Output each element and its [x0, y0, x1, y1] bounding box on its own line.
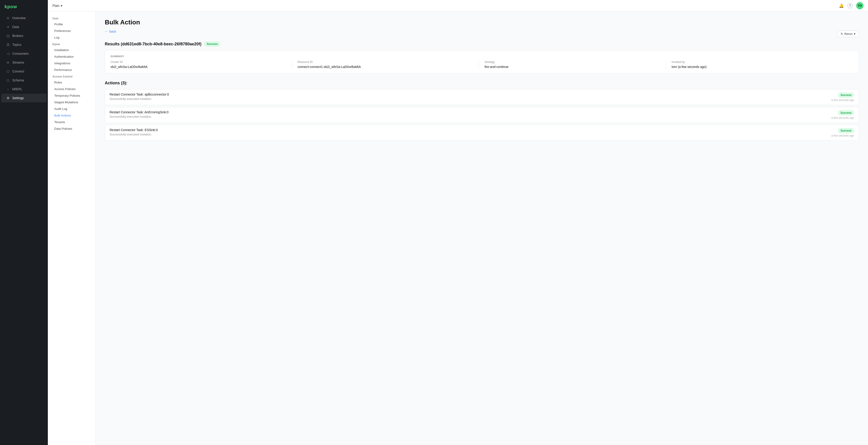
page-title: Bulk Action: [105, 19, 859, 26]
summary-grid: Cluster ID sb2i_wfxSa-LaD0srBaMiA Resour…: [111, 60, 853, 69]
action-name-2: Restart Connector Task: ESSink:0: [110, 128, 158, 132]
action-desc-0: Successfully executed mutation.: [110, 97, 169, 100]
schema-icon: ◻: [6, 78, 10, 82]
action-desc-2: Successfully executed mutation.: [110, 133, 158, 136]
back-label: back: [110, 30, 116, 33]
sec-item-preferences[interactable]: Preferences: [48, 28, 95, 34]
sec-item-staged-mutations[interactable]: Staged Mutations: [48, 99, 95, 106]
invoked-by-value: tom (a few seconds ago): [672, 65, 853, 69]
topbar: Plain ▾ 🔔 ? TO: [48, 0, 868, 11]
overview-icon: ⊙: [6, 16, 10, 20]
user-section-title: User: [48, 15, 95, 21]
topbar-left: Plain ▾: [53, 4, 62, 7]
sidebar-label-consumers: Consumers: [12, 52, 29, 55]
sidebar-label-topics: Topics: [12, 43, 22, 47]
sidebar-label-schema: Schema: [12, 79, 24, 82]
sidebar: kpow ⊙ Overview ≡ Data ◫ Brokers ☰ Topic…: [0, 0, 48, 445]
sidebar-item-settings[interactable]: ⚙ Settings: [1, 94, 46, 102]
actions-title: Actions (3):: [105, 81, 859, 86]
sidebar-label-brokers: Brokers: [12, 34, 23, 38]
actions-row-top: ← back ↻ Rerun ▾: [105, 30, 859, 38]
invoked-by-label: Invoked by: [672, 60, 853, 64]
sec-item-roles[interactable]: Roles: [48, 79, 95, 86]
topbar-right: 🔔 ? TO: [839, 2, 863, 9]
cluster-id-value: sb2i_wfxSa-LaD0srBaMiA: [111, 65, 286, 69]
cluster-dropdown[interactable]: Plain ▾: [53, 4, 62, 7]
sidebar-item-topics[interactable]: ☰ Topics: [1, 40, 46, 49]
back-link[interactable]: ← back: [105, 30, 116, 33]
sec-item-audit-log[interactable]: Audit Log: [48, 106, 95, 112]
brokers-icon: ◫: [6, 34, 10, 38]
cluster-name: Plain: [53, 4, 59, 7]
rerun-label: Rerun: [844, 32, 852, 35]
action-right-0: Success a few seconds ago: [822, 93, 854, 102]
strategy-col: Strategy fire-and-continue: [485, 60, 666, 69]
sidebar-item-consumers[interactable]: ◁ Consumers: [1, 49, 46, 58]
action-time-1: a few seconds ago: [831, 116, 854, 119]
access-control-section-title: Access Control: [48, 73, 95, 79]
action-time-2: a few seconds ago: [831, 134, 854, 137]
invoked-by-col: Invoked by tom (a few seconds ago): [672, 60, 853, 69]
resource-id-value: connect-connect1-sb2i_wfxSa-LaD0srBaMiA: [298, 65, 473, 69]
user-avatar[interactable]: TO: [856, 2, 863, 9]
sidebar-item-connect[interactable]: ⬡ Connect: [1, 67, 46, 76]
streams-icon: ≋: [6, 60, 10, 64]
resource-id-label: Resource ID: [298, 60, 473, 64]
sidebar-label-overview: Overview: [12, 16, 26, 20]
action-name-1: Restart Connector Task: AnErroringSink:0: [110, 110, 168, 114]
sec-item-integrations[interactable]: Integrations: [48, 60, 95, 66]
bell-icon[interactable]: 🔔: [839, 3, 844, 8]
app-logo: kpow: [0, 0, 48, 13]
sec-item-access-policies[interactable]: Access Policies: [48, 86, 95, 92]
krepl-icon: ›: [6, 87, 10, 91]
action-left-1: Restart Connector Task: AnErroringSink:0…: [110, 110, 168, 118]
sec-item-temporary-policies[interactable]: Temporary Policies: [48, 92, 95, 99]
arrow-left-icon: ←: [105, 30, 108, 33]
table-row: Restart Connector Task: ajdbcconnector:0…: [105, 89, 859, 105]
sidebar-item-streams[interactable]: ≋ Streams: [1, 58, 46, 67]
table-row: Restart Connector Task: ESSink:0 Success…: [105, 125, 859, 141]
summary-label: SUMMARY: [111, 55, 853, 58]
resource-id-col: Resource ID connect-connect1-sb2i_wfxSa-…: [298, 60, 479, 69]
connect-icon: ⬡: [6, 69, 10, 73]
cluster-id-col: Cluster ID sb2i_wfxSa-LaD0srBaMiA: [111, 60, 292, 69]
main-content: Bulk Action ← back ↻ Rerun ▾ Results (dd…: [96, 11, 868, 445]
sec-item-profile[interactable]: Profile: [48, 21, 95, 28]
sidebar-item-schema[interactable]: ◻ Schema: [1, 76, 46, 85]
sec-item-performance[interactable]: Performance: [48, 66, 95, 73]
rerun-button[interactable]: ↻ Rerun ▾: [837, 31, 859, 37]
consumers-icon: ◁: [6, 52, 10, 56]
sec-item-authentication[interactable]: Authentication: [48, 53, 95, 60]
strategy-value: fire-and-continue: [485, 65, 660, 69]
secondary-sidebar: User Profile Preferences Log Kpow Instal…: [48, 11, 96, 445]
cluster-id-label: Cluster ID: [111, 60, 286, 64]
sidebar-item-krepl[interactable]: › kREPL: [1, 85, 46, 93]
chevron-down-icon: ▾: [61, 4, 62, 7]
sidebar-item-overview[interactable]: ⊙ Overview: [1, 14, 46, 22]
right-panel: Plain ▾ 🔔 ? TO User Profile Preferences …: [48, 0, 868, 445]
sidebar-item-data[interactable]: ≡ Data: [1, 23, 46, 31]
sidebar-label-data: Data: [12, 25, 19, 29]
help-icon[interactable]: ?: [847, 3, 852, 8]
sec-item-tenants[interactable]: Tenants: [48, 119, 95, 125]
action-status-badge-0: Success: [838, 93, 854, 97]
topics-icon: ☰: [6, 42, 10, 47]
sidebar-label-connect: Connect: [12, 69, 24, 73]
sidebar-nav: ⊙ Overview ≡ Data ◫ Brokers ☰ Topics ◁ C…: [0, 13, 48, 102]
rerun-chevron-icon: ▾: [854, 32, 856, 35]
sidebar-item-brokers[interactable]: ◫ Brokers: [1, 31, 46, 40]
sec-item-data-policies[interactable]: Data Policies: [48, 125, 95, 132]
sec-item-bulk-actions[interactable]: Bulk Actions: [48, 112, 95, 119]
sidebar-label-krepl: kREPL: [12, 87, 22, 91]
actions-list: Restart Connector Task: ajdbcconnector:0…: [105, 89, 859, 141]
sec-item-log[interactable]: Log: [48, 34, 95, 41]
action-status-badge-2: Success: [838, 128, 854, 133]
action-right-1: Success a few seconds ago: [822, 110, 854, 119]
table-row: Restart Connector Task: AnErroringSink:0…: [105, 107, 859, 123]
summary-card: SUMMARY Cluster ID sb2i_wfxSa-LaD0srBaMi…: [105, 50, 859, 73]
rerun-icon: ↻: [841, 32, 843, 35]
sec-item-installation[interactable]: Installation: [48, 47, 95, 53]
action-left-0: Restart Connector Task: ajdbcconnector:0…: [110, 93, 169, 100]
data-icon: ≡: [6, 25, 10, 29]
action-desc-1: Successfully executed mutation.: [110, 115, 168, 118]
